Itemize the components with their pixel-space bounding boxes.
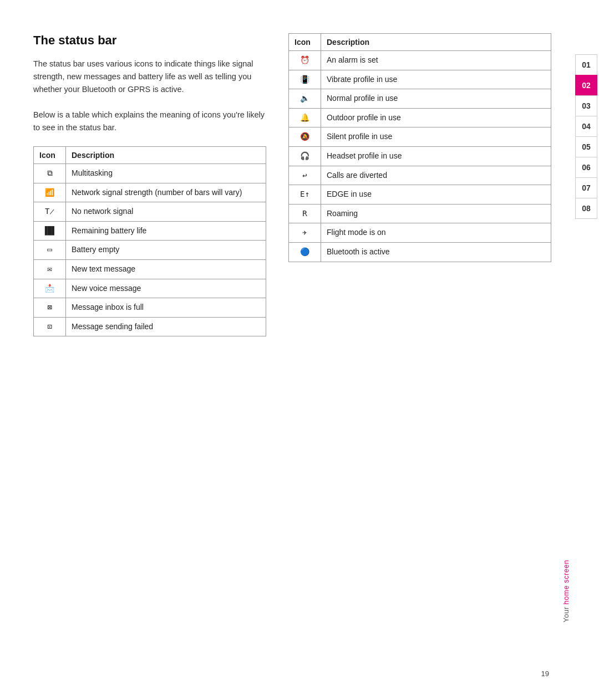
sidebar-number-03[interactable]: 03: [575, 95, 597, 116]
vertical-label: Your home screen: [562, 560, 570, 622]
table-row: 🔕Silent profile in use: [289, 127, 551, 147]
table-row: E↑EDGE in use: [289, 185, 551, 205]
icon-cell: ⏰: [289, 51, 321, 70]
icon-cell: ⊡: [34, 317, 66, 336]
icon-cell: ▭: [34, 241, 66, 260]
icon-cell: 🎧: [289, 146, 321, 166]
intro-paragraph-1: The status bar uses various icons to ind…: [33, 58, 266, 96]
icon-cell: ⧉: [34, 163, 66, 183]
icon-cell: ↩: [289, 166, 321, 185]
table-row: ⧉Multitasking: [34, 163, 266, 183]
page-number: 19: [541, 670, 549, 678]
description-cell: Message sending failed: [66, 317, 266, 336]
description-cell: EDGE in use: [321, 185, 551, 205]
sidebar-number-04[interactable]: 04: [575, 116, 597, 137]
table-row: RRoaming: [289, 204, 551, 223]
description-cell: Silent profile in use: [321, 127, 551, 147]
table-row: 📳Vibrate profile in use: [289, 70, 551, 89]
icon-cell: 🔈: [289, 89, 321, 109]
icon-cell: 📶: [34, 183, 66, 202]
icon-cell: 🔵: [289, 242, 321, 262]
left-table-header-desc: Description: [66, 146, 266, 163]
table-row: 🎧Headset profile in use: [289, 146, 551, 166]
icon-cell: ⊠: [34, 298, 66, 318]
main-content: The status bar The status bar uses vario…: [0, 0, 573, 700]
icon-cell: 📩: [34, 279, 66, 298]
right-table-header-desc: Description: [321, 34, 551, 51]
right-column: Icon Description ⏰An alarm is set📳Vibrat…: [288, 33, 551, 667]
description-cell: New text message: [66, 259, 266, 279]
vertical-label-highlight: home screen: [562, 560, 570, 605]
table-row: 📶Network signal strength (number of bars…: [34, 183, 266, 202]
description-cell: Outdoor profile in use: [321, 108, 551, 127]
description-cell: Roaming: [321, 204, 551, 223]
table-row: ✉New text message: [34, 259, 266, 279]
description-cell: Calls are diverted: [321, 166, 551, 185]
icon-cell: ✉: [34, 259, 66, 279]
left-icon-table: Icon Description ⧉Multitasking📶Network s…: [33, 146, 266, 336]
table-row: ⏰An alarm is set: [289, 51, 551, 70]
table-row: 📩New voice message: [34, 279, 266, 298]
table-row: 🔵Bluetooth is active: [289, 242, 551, 262]
description-cell: Bluetooth is active: [321, 242, 551, 262]
description-cell: Vibrate profile in use: [321, 70, 551, 89]
sidebar-number-07[interactable]: 07: [575, 177, 597, 198]
description-cell: Multitasking: [66, 163, 266, 183]
description-cell: Network signal strength (number of bars …: [66, 183, 266, 202]
table-row: ▭Battery empty: [34, 241, 266, 260]
icon-cell: ▐█▌: [34, 221, 66, 241]
page-title: The status bar: [33, 33, 266, 48]
description-cell: New voice message: [66, 279, 266, 298]
sidebar-number-02[interactable]: 02: [575, 75, 597, 96]
sidebar-numbers: 0102030405060708: [573, 0, 599, 700]
icon-cell: 🔔: [289, 108, 321, 127]
description-cell: No network signal: [66, 202, 266, 222]
vertical-label-prefix: Your: [562, 605, 570, 622]
description-cell: Normal profile in use: [321, 89, 551, 109]
sidebar-number-06[interactable]: 06: [575, 157, 597, 178]
right-table-header-icon: Icon: [289, 34, 321, 51]
sidebar-number-01[interactable]: 01: [575, 54, 597, 75]
table-row: ↩Calls are diverted: [289, 166, 551, 185]
icon-cell: E↑: [289, 185, 321, 205]
table-row: ✈Flight mode is on: [289, 223, 551, 243]
icon-cell: R: [289, 204, 321, 223]
description-cell: An alarm is set: [321, 51, 551, 70]
icon-cell: 📳: [289, 70, 321, 89]
description-cell: Battery empty: [66, 241, 266, 260]
icon-cell: 🔕: [289, 127, 321, 147]
table-row: ⊡Message sending failed: [34, 317, 266, 336]
left-column: The status bar The status bar uses vario…: [33, 33, 266, 667]
sidebar-number-05[interactable]: 05: [575, 136, 597, 157]
table-row: T̷No network signal: [34, 202, 266, 222]
table-row: 🔈Normal profile in use: [289, 89, 551, 109]
description-cell: Flight mode is on: [321, 223, 551, 243]
description-cell: Message inbox is full: [66, 298, 266, 318]
description-cell: Remaining battery life: [66, 221, 266, 241]
table-row: ▐█▌Remaining battery life: [34, 221, 266, 241]
description-cell: Headset profile in use: [321, 146, 551, 166]
icon-cell: ✈: [289, 223, 321, 243]
page-container: The status bar The status bar uses vario…: [0, 0, 599, 700]
table-row: ⊠Message inbox is full: [34, 298, 266, 318]
intro-paragraph-2: Below is a table which explains the mean…: [33, 109, 266, 134]
left-table-header-icon: Icon: [34, 146, 66, 163]
icon-cell: T̷: [34, 202, 66, 222]
table-row: 🔔Outdoor profile in use: [289, 108, 551, 127]
right-icon-table: Icon Description ⏰An alarm is set📳Vibrat…: [288, 33, 551, 262]
sidebar-number-08[interactable]: 08: [575, 198, 597, 219]
